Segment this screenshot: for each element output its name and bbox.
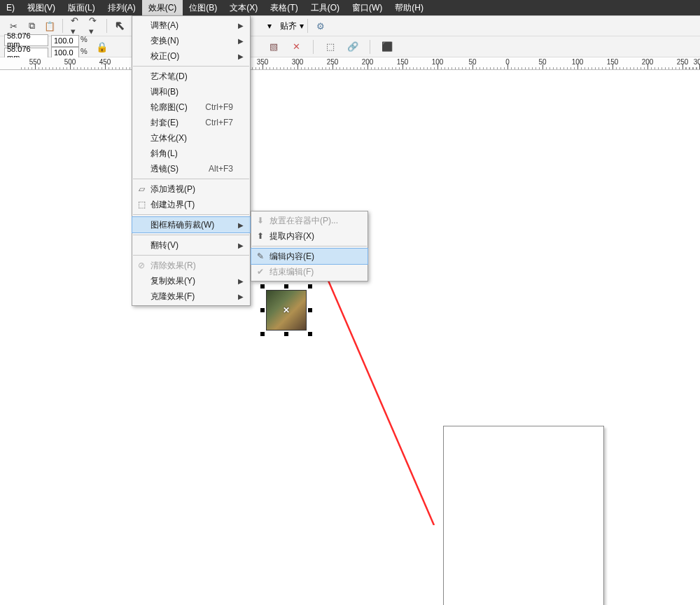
menu-item-label: 放置在容器中(P)... xyxy=(270,215,354,227)
menu-item-label: 调整(A) xyxy=(150,20,236,32)
menu-separator xyxy=(133,179,249,179)
boundary-icon: ⬚ xyxy=(132,200,150,209)
menu-arrange[interactable]: 排列(A) xyxy=(102,0,142,15)
menu-item-label: 复制效果(Y) xyxy=(150,275,236,287)
menu-separator xyxy=(133,214,249,215)
edit-icon: ✎ xyxy=(251,251,270,261)
undo-button[interactable]: ↶ ▾ xyxy=(68,18,83,34)
submenu-arrow-icon: ▶ xyxy=(236,53,246,60)
menu-view[interactable]: 视图(V) xyxy=(21,0,62,15)
menu-item[interactable]: 校正(O)▶ xyxy=(132,48,250,64)
menu-item-label: 立体化(X) xyxy=(150,132,236,144)
menu-tools[interactable]: 工具(O) xyxy=(304,0,346,15)
menu-item[interactable]: 艺术笔(D) xyxy=(132,69,250,84)
selection-handle[interactable] xyxy=(284,284,288,288)
selected-image-object[interactable] xyxy=(260,280,312,339)
lock-ratio-icon[interactable]: 🔒 xyxy=(96,41,108,53)
menu-layout[interactable]: 版面(L) xyxy=(62,0,102,15)
menu-item-label: 编辑内容(E) xyxy=(270,251,354,263)
menu-item[interactable]: ⬚创建边界(T) xyxy=(132,197,250,212)
menu-item[interactable]: 克隆效果(F)▶ xyxy=(132,288,250,304)
selection-handle[interactable] xyxy=(308,284,312,288)
selection-handle[interactable] xyxy=(284,332,288,336)
selection-handle[interactable] xyxy=(260,332,265,336)
menu-item[interactable]: 轮廓图(C)Ctrl+F9 xyxy=(132,99,250,115)
options-icon[interactable]: ⚙ xyxy=(313,18,328,34)
selection-handle[interactable] xyxy=(260,308,265,312)
menu-item-label: 提取内容(X) xyxy=(270,230,354,242)
menu-item-label: 清除效果(R) xyxy=(150,260,236,272)
menu-item[interactable]: 变换(N)▶ xyxy=(132,33,250,48)
menu-item[interactable]: 调和(B) xyxy=(132,84,250,99)
menu-item[interactable]: 透镜(S)Alt+F3 xyxy=(132,161,250,176)
menu-item[interactable]: 立体化(X) xyxy=(132,130,250,146)
selection-handle[interactable] xyxy=(260,284,265,288)
menu-table[interactable]: 表格(T) xyxy=(264,0,304,15)
canvas[interactable] xyxy=(0,70,700,605)
redo-button[interactable]: ↷ ▾ xyxy=(86,18,102,34)
menu-item: ⊘清除效果(R) xyxy=(132,258,250,273)
svg-line-0 xyxy=(322,266,434,525)
menu-separator xyxy=(252,246,367,246)
menu-help[interactable]: 帮助(H) xyxy=(388,0,430,15)
percent-label: % xyxy=(79,47,89,59)
menu-item[interactable]: 封套(E)Ctrl+F7 xyxy=(132,115,250,130)
clear-icon: ⊘ xyxy=(132,260,150,270)
menu-item-label: 轮廓图(C) xyxy=(150,102,192,113)
menu-item[interactable]: 调整(A)▶ xyxy=(132,18,250,33)
separator xyxy=(370,40,370,54)
import-icon[interactable]: 🡼 xyxy=(112,18,127,34)
powerclip-submenu: ⬇放置在容器中(P)...⬆提取内容(X)✎编辑内容(E)✔结束编辑(F) xyxy=(251,211,368,281)
wrap-text-icon[interactable]: ⬚ xyxy=(323,39,338,55)
menu-item-label: 校正(O) xyxy=(150,50,236,62)
menu-item-label: 艺术笔(D) xyxy=(150,71,236,83)
finish-icon: ✔ xyxy=(251,267,270,277)
scale-y-input[interactable]: 100.0 xyxy=(51,47,79,59)
menu-item[interactable]: ⬆提取内容(X) xyxy=(251,228,368,244)
image-content xyxy=(266,290,307,331)
chevron-down-icon[interactable]: ▾ xyxy=(300,21,304,31)
extract-icon: ⬆ xyxy=(251,231,270,241)
menu-item-label: 克隆效果(F) xyxy=(150,291,236,302)
menu-item[interactable]: 翻转(V)▶ xyxy=(132,237,250,253)
bitmap-editor-icon[interactable]: ⬛ xyxy=(379,39,395,55)
zoom-dropdown[interactable]: ▾ xyxy=(265,21,274,31)
selection-handle[interactable] xyxy=(308,332,312,336)
menu-item[interactable]: ▱添加透视(P) xyxy=(132,181,250,197)
menu-item-label: 变换(N) xyxy=(150,35,236,47)
selection-handle[interactable] xyxy=(308,308,312,312)
submenu-arrow-icon: ▶ xyxy=(236,277,246,285)
page-rectangle[interactable] xyxy=(443,426,604,605)
menu-item: ✔结束编辑(F) xyxy=(251,264,368,279)
menu-bitmaps[interactable]: 位图(B) xyxy=(183,0,223,15)
link-icon[interactable]: 🔗 xyxy=(345,39,360,55)
object-x-input[interactable]: 58.076 mm xyxy=(4,34,48,46)
menu-item[interactable]: 图框精确剪裁(W)▶ xyxy=(132,217,250,232)
menu-effects[interactable]: 效果(C) xyxy=(142,0,183,15)
menu-separator xyxy=(133,235,249,235)
menu-item[interactable]: ✎编辑内容(E) xyxy=(251,249,368,264)
menu-item[interactable]: 斜角(L) xyxy=(132,146,250,161)
separator xyxy=(313,40,314,54)
crop-icon[interactable]: ✕ xyxy=(288,39,304,55)
menu-separator xyxy=(133,255,249,256)
menu-window[interactable]: 窗口(W) xyxy=(346,0,388,15)
menu-separator xyxy=(133,66,249,67)
separator xyxy=(307,19,308,33)
scale-x-input[interactable]: 100.0 xyxy=(51,35,79,47)
menubar: E) 视图(V) 版面(L) 排列(A) 效果(C) 位图(B) 文本(X) 表… xyxy=(0,0,700,15)
submenu-arrow-icon: ▶ xyxy=(236,242,246,249)
menu-text[interactable]: 文本(X) xyxy=(223,0,264,15)
menu-item-shortcut: Alt+F3 xyxy=(196,164,236,174)
bitmap-trace-icon[interactable]: ▧ xyxy=(266,39,281,55)
perspective-icon: ▱ xyxy=(132,184,150,194)
toolbar-property: 58.076 mm 58.076 mm 100.0 % 100.0 % 🔒 ▧ … xyxy=(0,36,700,57)
submenu-arrow-icon: ▶ xyxy=(236,221,246,229)
menu-edit[interactable]: E) xyxy=(0,0,21,15)
menu-item[interactable]: 复制效果(Y)▶ xyxy=(132,273,250,288)
menu-item-label: 图框精确剪裁(W) xyxy=(150,219,236,231)
separator xyxy=(62,19,63,33)
snap-label[interactable]: 贴齐 xyxy=(280,20,297,32)
menu-item-shortcut: Ctrl+F7 xyxy=(192,118,236,127)
menu-item-label: 添加透视(P) xyxy=(150,183,236,195)
